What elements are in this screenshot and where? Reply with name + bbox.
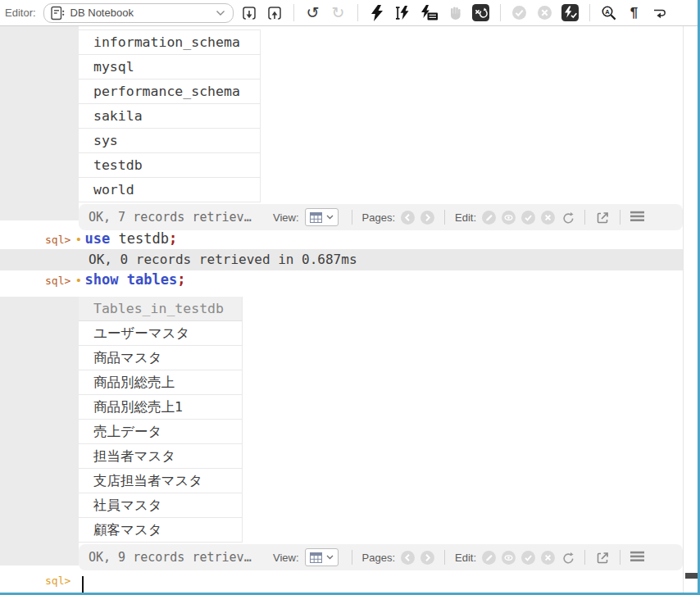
edit-revert-button[interactable] <box>541 551 555 565</box>
notebook-icon <box>50 6 65 20</box>
notebook-type-select[interactable]: DB Notebook <box>43 3 234 23</box>
sql-identifier: testdb <box>110 230 169 247</box>
edit-pencil-button[interactable] <box>482 551 496 565</box>
pilcrow-icon: ¶ <box>630 6 638 20</box>
table-row[interactable]: 売上データ <box>79 420 683 444</box>
previous-page-button[interactable] <box>401 211 415 225</box>
table-header-row[interactable]: Tables_in_testdb <box>79 297 683 321</box>
execute-block-button[interactable] <box>367 2 387 24</box>
show-hidden-characters-toggle[interactable]: ¶ <box>625 2 644 24</box>
word-wrap-toggle[interactable] <box>650 2 670 24</box>
table-name-cell[interactable]: 売上データ <box>79 420 243 444</box>
status-separator <box>584 210 585 225</box>
table-row[interactable]: testdb <box>79 153 683 178</box>
table-row[interactable]: ユーザーマスタ <box>79 321 683 346</box>
commit-button[interactable] <box>510 2 530 24</box>
edit-preview-button[interactable] <box>502 211 516 225</box>
table-row[interactable]: 商品別総売上 <box>79 370 683 395</box>
schema-cell[interactable]: mysql <box>79 55 261 79</box>
vertical-scrollbar-thumb[interactable] <box>685 573 698 579</box>
result-menu-button[interactable] <box>630 551 644 565</box>
load-notebook-button[interactable] <box>239 2 259 24</box>
result-summary: OK, 7 records retriev… <box>89 210 267 225</box>
toolbar-separator <box>589 4 590 21</box>
sql-prompt: sql> <box>45 275 70 287</box>
table-name-cell[interactable]: 顧客マスタ <box>79 518 243 543</box>
active-statement-line[interactable]: sql> <box>0 575 683 593</box>
status-separator <box>352 210 352 225</box>
execute-at-caret-button[interactable] <box>393 2 412 24</box>
view-mode-select[interactable] <box>305 208 339 226</box>
save-notebook-button[interactable] <box>265 2 284 24</box>
caret-execute-icon <box>394 5 411 21</box>
table-row[interactable]: information_schema <box>79 30 683 55</box>
table-row[interactable]: 担当者マスタ <box>79 444 683 469</box>
execution-result-message: OK, 0 records retrieved in 0.687ms <box>0 249 683 270</box>
tables-result-grid: ユーザーマスタ商品マスタ商品別総売上商品別総売上1売上データ担当者マスタ支店担当… <box>79 321 683 543</box>
save-notebook-icon <box>266 5 283 21</box>
sql-statement-line[interactable]: sql>•show tables; <box>0 271 683 291</box>
next-page-button[interactable] <box>420 551 434 565</box>
schema-cell[interactable]: performance_schema <box>79 79 261 104</box>
sql-terminator: ; <box>177 271 185 288</box>
table-name-cell[interactable]: 商品別総売上1 <box>79 395 243 420</box>
view-mode-select[interactable] <box>305 548 339 566</box>
edit-apply-button[interactable] <box>521 211 535 225</box>
schema-cell[interactable]: testdb <box>79 153 261 178</box>
table-row[interactable]: 商品別総売上1 <box>79 395 683 420</box>
table-row[interactable]: 顧客マスタ <box>79 518 683 543</box>
previous-page-button[interactable] <box>401 551 415 565</box>
redo-button[interactable]: ↻ <box>329 2 348 24</box>
sql-statement-line[interactable]: sql>•use testdb; <box>0 230 683 250</box>
maximize-result-button[interactable] <box>595 211 610 225</box>
edit-pencil-button[interactable] <box>482 211 496 225</box>
table-name-cell[interactable]: 商品マスタ <box>79 346 243 370</box>
table-row[interactable]: sakila <box>79 104 683 129</box>
result-status-bar: OK, 7 records retriev… View: Pages: Edit… <box>79 204 683 230</box>
undo-button[interactable]: ↺ <box>303 2 323 24</box>
table-name-cell[interactable]: 商品別総売上 <box>79 370 243 395</box>
active-sql-prompt: sql> <box>45 575 70 587</box>
edit-apply-button[interactable] <box>521 551 535 565</box>
table-row[interactable]: 社員マスタ <box>79 493 683 518</box>
schema-cell[interactable]: sakila <box>79 104 261 129</box>
statement-start-dot: • <box>76 232 80 246</box>
find-icon: A <box>601 5 617 21</box>
auto-commit-toggle[interactable] <box>561 2 580 24</box>
editor-label: Editor: <box>5 7 36 19</box>
table-row[interactable]: performance_schema <box>79 79 683 104</box>
rollback-button[interactable] <box>535 2 555 24</box>
schema-cell[interactable]: information_schema <box>79 30 261 55</box>
status-separator <box>444 550 445 565</box>
tables-result-zone: Tables_in_testdb ユーザーマスタ商品マスタ商品別総売上商品別総売… <box>79 297 683 570</box>
schema-cell[interactable]: sys <box>79 129 261 153</box>
table-row[interactable]: 商品マスタ <box>79 346 683 370</box>
refresh-button[interactable] <box>561 551 575 565</box>
execute-icon <box>370 5 384 21</box>
execute-to-text-button[interactable] <box>418 2 440 24</box>
table-row[interactable]: world <box>79 178 683 202</box>
table-name-cell[interactable]: 支店担当者マスタ <box>79 469 243 493</box>
edit-revert-button[interactable] <box>541 211 555 225</box>
maximize-result-button[interactable] <box>595 551 610 565</box>
status-separator <box>620 210 620 225</box>
zone-gutter <box>0 26 79 220</box>
table-name-cell[interactable]: 担当者マスタ <box>79 444 243 469</box>
find-button[interactable]: A <box>599 2 619 24</box>
stop-on-error-toggle[interactable] <box>471 2 491 24</box>
edit-preview-button[interactable] <box>502 551 516 565</box>
stop-execution-button[interactable] <box>446 2 466 24</box>
table-name-cell[interactable]: ユーザーマスタ <box>79 321 243 346</box>
load-notebook-icon <box>241 5 257 21</box>
table-row[interactable]: sys <box>79 129 683 153</box>
table-row[interactable]: 支店担当者マスタ <box>79 469 683 493</box>
table-row[interactable]: mysql <box>79 55 683 79</box>
column-header[interactable]: Tables_in_testdb <box>79 297 243 321</box>
refresh-button[interactable] <box>561 211 575 225</box>
text-cursor <box>82 576 84 593</box>
table-name-cell[interactable]: 社員マスタ <box>79 493 243 518</box>
next-page-button[interactable] <box>420 211 434 225</box>
result-status-bar: OK, 9 records retriev… View: Pages: Edit… <box>79 544 683 570</box>
result-menu-button[interactable] <box>630 211 644 225</box>
schema-cell[interactable]: world <box>79 178 261 202</box>
